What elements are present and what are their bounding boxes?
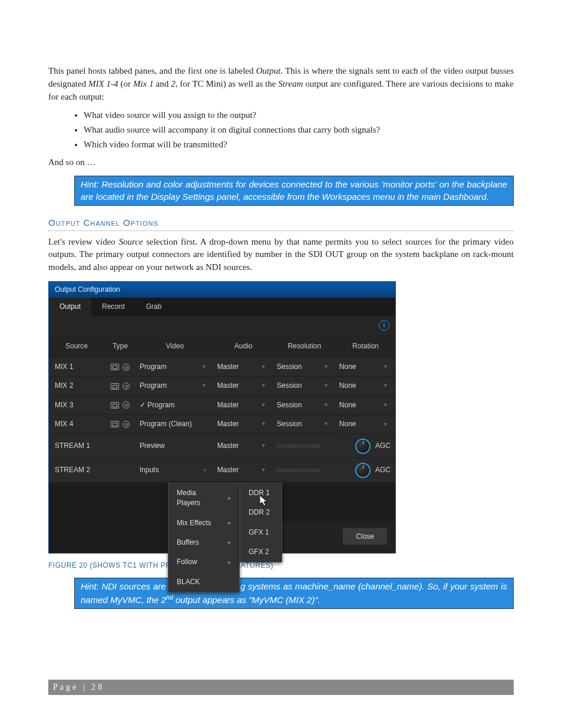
table-row: STREAM 2Inputs▸Master▼AGC [49,458,395,482]
video-dropdown[interactable]: Preview [136,434,214,458]
output-config-window: Output Configuration Output Record Grab … [48,281,396,554]
resolution-dropdown[interactable]: Session▼ [273,377,336,396]
andsoon-text: And so on … [48,156,514,169]
audio-dropdown[interactable]: Master▼ [214,396,273,414]
source-cell: STREAM 2 [49,458,104,482]
list-item: What video source will you assign to the… [84,109,514,122]
table-row: MIX 2Program▼Master▼Session▼None▼ [49,377,395,396]
col-audio: Audio [214,335,273,358]
page-footer: Page | 28 [48,680,514,695]
menu-item[interactable]: BLACK [168,572,239,592]
intro-paragraph: This panel hosts tabbed panes, and the f… [48,65,514,103]
bullet-list: What video source will you assign to the… [84,109,514,151]
table-row: MIX 4Program (Clean)Master▼Session▼None▼ [49,415,395,434]
submenu-item[interactable]: DDR 2 [240,503,299,522]
info-icon[interactable]: i [379,320,389,331]
type-cell[interactable] [104,377,136,396]
monitor-icon [111,421,119,427]
tab-grab[interactable]: Grab [135,298,173,316]
tab-record[interactable]: Record [91,298,135,316]
output-grid: Source Type Video Audio Resolution Rotat… [49,335,395,482]
tab-output[interactable]: Output [49,298,91,316]
source-cell: MIX 4 [49,415,104,434]
list-item: What audio source will accompany it on d… [84,124,514,137]
menu-item[interactable]: Mix Effects [168,513,239,533]
gain-knob[interactable] [355,463,371,478]
col-type: Type [104,335,136,358]
type-cell[interactable] [104,415,136,434]
gear-icon [123,401,130,409]
col-rotation: Rotation [336,335,395,358]
video-dropdown[interactable]: Program▼ [136,357,214,376]
video-dropdown-menu[interactable]: Media PlayersMix EffectsBuffersFollowBLA… [168,483,240,592]
menu-item[interactable]: Media Players [168,483,239,513]
col-source: Source [49,335,104,358]
hint-box-2: Hint: NDI sources are listed by supporti… [74,578,514,609]
menu-item[interactable]: Buffers [168,533,239,552]
video-dropdown[interactable]: Inputs▸ [136,458,214,482]
video-dropdown[interactable]: Program▼ [136,377,214,396]
monitor-icon [111,383,119,390]
monitor-icon [111,364,119,370]
tab-bar: Output Record Grab [49,298,395,316]
audio-dropdown[interactable]: Master▼ [214,458,273,482]
audio-dropdown[interactable]: Master▼ [214,434,273,458]
gear-icon [123,364,130,371]
svg-marker-0 [260,495,267,506]
source-cell: MIX 1 [49,357,104,376]
section-heading: Output Channel Options [48,216,514,231]
source-cell: MIX 2 [49,377,104,396]
gear-icon [123,383,130,390]
gear-icon [123,421,130,428]
submenu-item[interactable]: DDR 1 [240,483,299,503]
toolbar: i [49,317,395,335]
list-item: Which video format will be transmitted? [84,139,514,151]
col-resolution: Resolution [273,335,336,358]
level-slider[interactable] [273,434,336,458]
submenu-item[interactable]: GFX 2 [240,542,299,562]
type-cell[interactable] [104,357,136,376]
level-slider[interactable] [273,458,336,482]
audio-dropdown[interactable]: Master▼ [214,357,273,376]
hint-box-1: Hint: Resolution and color adjustments f… [74,176,514,206]
rotation-dropdown[interactable]: None▼ [336,357,395,376]
type-cell[interactable] [104,458,136,482]
video-dropdown[interactable]: Program [136,396,214,414]
table-row: MIX 1Program▼Master▼Session▼None▼ [49,357,395,376]
table-row: STREAM 1PreviewMaster▼AGC [49,434,395,458]
type-cell[interactable] [104,434,136,458]
resolution-dropdown[interactable]: Session▼ [273,396,336,414]
monitor-icon [111,402,119,409]
audio-dropdown[interactable]: Master▼ [214,415,273,434]
output-config-screenshot: Output Configuration Output Record Grab … [48,281,514,554]
rotation-dropdown[interactable]: None▼ [336,396,395,414]
close-button[interactable]: Close [343,528,387,545]
agc-control[interactable]: AGC [336,458,395,482]
col-video: Video [136,335,214,358]
rotation-dropdown[interactable]: None▼ [336,415,395,434]
submenu-item[interactable]: GFX 1 [240,523,299,542]
source-cell: MIX 3 [49,396,104,414]
table-row: MIX 3ProgramMaster▼Session▼None▼ [49,396,395,414]
rotation-dropdown[interactable]: None▼ [336,377,395,396]
audio-dropdown[interactable]: Master▼ [214,377,273,396]
source-cell: STREAM 1 [49,434,104,458]
menu-item[interactable]: Follow [168,552,239,572]
mouse-cursor-icon [260,495,268,507]
gain-knob[interactable] [355,439,371,454]
resolution-dropdown[interactable]: Session▼ [273,415,336,434]
type-cell[interactable] [104,396,136,414]
resolution-dropdown[interactable]: Session▼ [273,357,336,376]
video-dropdown[interactable]: Program (Clean) [136,415,214,434]
source-paragraph: Let's review video Source selection firs… [48,236,514,274]
window-title: Output Configuration [49,282,395,298]
agc-control[interactable]: AGC [336,434,395,458]
